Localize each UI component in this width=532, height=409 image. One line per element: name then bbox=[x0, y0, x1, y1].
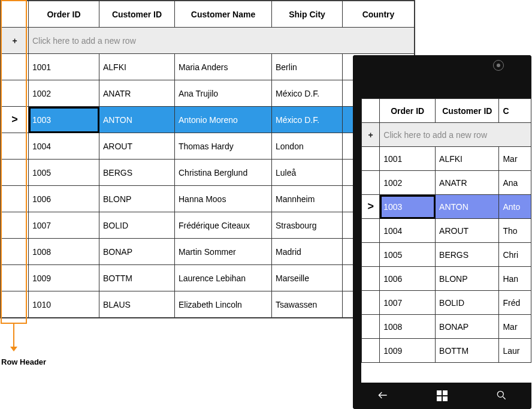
cell-customer-name[interactable]: Elizabeth Lincoln bbox=[175, 291, 272, 318]
table-row[interactable]: 1004 AROUT Thomas Hardy London bbox=[1, 133, 415, 160]
cell-order-id[interactable]: 1006 bbox=[380, 267, 436, 291]
cell-customer-name[interactable]: Fréd bbox=[499, 291, 531, 315]
cell-order-id[interactable]: 1006 bbox=[29, 186, 99, 212]
row-header-cell[interactable] bbox=[1, 133, 29, 160]
cell-customer-id[interactable]: ANATR bbox=[436, 171, 499, 195]
cell-ship-city[interactable]: Luleå bbox=[272, 160, 343, 186]
cell-customer-id[interactable]: BLONP bbox=[436, 267, 499, 291]
table-row[interactable]: 1006 BLONP Han bbox=[362, 267, 531, 291]
table-row[interactable]: 1007 BOLID Fréd bbox=[362, 291, 531, 315]
row-header-cell[interactable] bbox=[1, 239, 29, 265]
row-header-cell[interactable] bbox=[1, 212, 29, 239]
col-order-id[interactable]: Order ID bbox=[29, 1, 99, 28]
cell-ship-city[interactable]: México D.F. bbox=[272, 107, 343, 133]
cell-order-id[interactable]: 1003 bbox=[380, 195, 436, 219]
cell-order-id[interactable]: 1004 bbox=[380, 219, 436, 243]
row-header-cell[interactable] bbox=[1, 54, 29, 80]
cell-customer-id[interactable]: ANTON bbox=[436, 195, 499, 219]
cell-customer-id[interactable]: BLONP bbox=[99, 186, 175, 212]
cell-customer-name[interactable]: Antonio Moreno bbox=[175, 107, 272, 133]
cell-customer-name[interactable]: Chri bbox=[499, 243, 531, 267]
cell-customer-name[interactable]: Thomas Hardy bbox=[175, 133, 272, 160]
table-row[interactable]: 1007 BOLID Frédérique Citeaux Strasbourg bbox=[1, 212, 415, 239]
cell-ship-city[interactable]: México D.F. bbox=[272, 80, 343, 107]
row-header-cell[interactable] bbox=[362, 147, 380, 171]
cell-customer-name[interactable]: Christina Berglund bbox=[175, 160, 272, 186]
add-row-placeholder[interactable]: Click here to add a new row bbox=[29, 28, 415, 54]
cell-customer-id[interactable]: BOLID bbox=[436, 291, 499, 315]
cell-customer-id[interactable]: ANTON bbox=[99, 107, 175, 133]
cell-customer-name[interactable]: Anto bbox=[499, 195, 531, 219]
cell-order-id[interactable]: 1007 bbox=[29, 212, 99, 239]
cell-customer-id[interactable]: ALFKI bbox=[99, 54, 175, 80]
cell-order-id[interactable]: 1008 bbox=[29, 239, 99, 265]
cell-customer-name[interactable]: Laur bbox=[499, 339, 531, 363]
cell-customer-id[interactable]: BERGS bbox=[99, 160, 175, 186]
cell-customer-name[interactable]: Martin Sommer bbox=[175, 239, 272, 265]
cell-ship-city[interactable]: Mannheim bbox=[272, 186, 343, 212]
cell-customer-name[interactable]: Mar bbox=[499, 147, 531, 171]
cell-order-id[interactable]: 1003 bbox=[29, 107, 99, 133]
cell-customer-name[interactable]: Frédérique Citeaux bbox=[175, 212, 272, 239]
row-header-selected-marker[interactable]: > bbox=[362, 195, 380, 219]
cell-order-id[interactable]: 1008 bbox=[380, 315, 436, 339]
row-header-cell[interactable] bbox=[362, 315, 380, 339]
cell-customer-name[interactable]: Tho bbox=[499, 219, 531, 243]
row-header-cell[interactable] bbox=[362, 171, 380, 195]
row-header-cell[interactable] bbox=[1, 160, 29, 186]
cell-customer-name[interactable]: Han bbox=[499, 267, 531, 291]
cell-order-id[interactable]: 1009 bbox=[29, 265, 99, 291]
cell-order-id[interactable]: 1009 bbox=[380, 339, 436, 363]
add-row-placeholder[interactable]: Click here to add a new row bbox=[380, 123, 531, 147]
add-row-plus-icon[interactable]: + bbox=[362, 123, 380, 147]
cell-customer-id[interactable]: ANATR bbox=[99, 80, 175, 107]
table-row-selected[interactable]: > 1003 ANTON Anto bbox=[362, 195, 531, 219]
table-row[interactable]: 1009 BOTTM Laurence Lebihan Marseille bbox=[1, 265, 415, 291]
col-order-id[interactable]: Order ID bbox=[380, 99, 436, 123]
table-row[interactable]: 1002 ANATR Ana Trujilo México D.F. bbox=[1, 80, 415, 107]
cell-customer-id[interactable]: ALFKI bbox=[436, 147, 499, 171]
cell-order-id[interactable]: 1001 bbox=[29, 54, 99, 80]
cell-customer-id[interactable]: BLAUS bbox=[99, 291, 175, 318]
col-ship-city[interactable]: Ship City bbox=[272, 1, 343, 28]
add-new-row[interactable]: + Click here to add a new row bbox=[362, 123, 531, 147]
cell-order-id[interactable]: 1005 bbox=[29, 160, 99, 186]
table-row-selected[interactable]: > 1003 ANTON Antonio Moreno México D.F. bbox=[1, 107, 415, 133]
cell-customer-id[interactable]: AROUT bbox=[436, 219, 499, 243]
cell-customer-name[interactable]: Ana bbox=[499, 171, 531, 195]
cell-order-id[interactable]: 1007 bbox=[380, 291, 436, 315]
row-header-cell[interactable] bbox=[1, 80, 29, 107]
row-header-selected-marker[interactable]: > bbox=[1, 107, 29, 133]
col-customer-id[interactable]: Customer ID bbox=[99, 1, 175, 28]
cell-customer-name[interactable]: Maria Anders bbox=[175, 54, 272, 80]
cell-customer-id[interactable]: AROUT bbox=[99, 133, 175, 160]
table-row[interactable]: 1001 ALFKI Maria Anders Berlin bbox=[1, 54, 415, 80]
cell-order-id[interactable]: 1004 bbox=[29, 133, 99, 160]
row-header-cell[interactable] bbox=[362, 291, 380, 315]
cell-order-id[interactable]: 1001 bbox=[380, 147, 436, 171]
row-header-cell[interactable] bbox=[362, 267, 380, 291]
cell-customer-id[interactable]: BOTTM bbox=[99, 265, 175, 291]
cell-order-id[interactable]: 1005 bbox=[380, 243, 436, 267]
table-row[interactable]: 1004 AROUT Tho bbox=[362, 219, 531, 243]
table-row[interactable]: 1001 ALFKI Mar bbox=[362, 147, 531, 171]
add-new-row[interactable]: + Click here to add a new row bbox=[1, 28, 415, 54]
row-header-cell[interactable] bbox=[1, 186, 29, 212]
add-row-plus-icon[interactable]: + bbox=[1, 28, 29, 54]
cell-customer-id[interactable]: BOTTM bbox=[436, 339, 499, 363]
search-icon[interactable] bbox=[495, 389, 507, 403]
row-header-cell[interactable] bbox=[362, 243, 380, 267]
cell-ship-city[interactable]: Madrid bbox=[272, 239, 343, 265]
table-row[interactable]: 1006 BLONP Hanna Moos Mannheim bbox=[1, 186, 415, 212]
col-customer-name-partial[interactable]: C bbox=[499, 99, 531, 123]
back-icon[interactable] bbox=[377, 389, 389, 403]
windows-start-icon[interactable] bbox=[437, 390, 448, 401]
cell-customer-id[interactable]: BONAP bbox=[99, 239, 175, 265]
cell-ship-city[interactable]: London bbox=[272, 133, 343, 160]
row-header-cell[interactable] bbox=[1, 265, 29, 291]
table-row[interactable]: 1002 ANATR Ana bbox=[362, 171, 531, 195]
cell-customer-id[interactable]: BERGS bbox=[436, 243, 499, 267]
cell-customer-name[interactable]: Hanna Moos bbox=[175, 186, 272, 212]
col-customer-name[interactable]: Customer Name bbox=[175, 1, 272, 28]
cell-order-id[interactable]: 1010 bbox=[29, 291, 99, 318]
